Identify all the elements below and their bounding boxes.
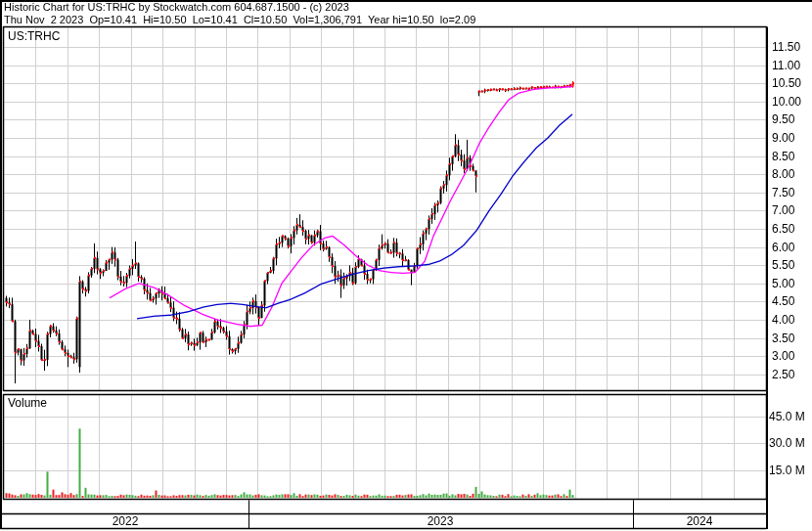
chart-title: Historic Chart for US:TRHC by Stockwatch… [4,1,349,14]
symbol-label: US:TRHC [8,30,60,43]
year-label: 2024 [660,514,739,528]
price-axis-label: 5.00 [772,277,794,290]
price-axis-label: 6.00 [772,241,794,254]
price-axis-label: 2.50 [772,368,794,381]
price-axis-label: 11.50 [772,40,800,54]
price-axis-label: 9.50 [772,112,794,126]
price-axis-label: 9.00 [772,131,794,145]
price-axis-label: 3.50 [772,332,794,345]
price-axis-label: 7.00 [772,203,794,217]
price-axis-label: 6.50 [772,222,794,236]
volume-label: Volume [8,397,47,410]
stockwatch-chart-window: Historic Chart for US:TRHC by Stockwatch… [0,0,812,531]
volume-axis-label: 30.0 M [769,436,805,450]
chart-canvas [0,0,812,531]
price-axis-label: 4.00 [772,313,794,327]
price-axis-label: 7.50 [772,186,794,199]
volume-axis-label: 15.0 M [769,464,805,477]
price-axis-label: 10.00 [772,95,801,109]
price-axis-label: 5.50 [772,258,794,272]
year-label: 2023 [401,514,479,528]
quote-line: Thu Nov 2 2023 Op=10.41 Hi=10.50 Lo=10.4… [4,14,475,26]
price-axis-label: 8.00 [772,167,794,181]
price-axis-label: 4.50 [772,294,794,308]
price-axis-label: 10.50 [772,76,801,90]
price-axis-label: 11.00 [772,59,800,72]
price-axis-label: 3.00 [772,349,794,363]
price-axis-label: 8.50 [772,150,794,163]
year-label: 2022 [86,514,164,528]
volume-axis-label: 45.0 M [769,410,805,423]
